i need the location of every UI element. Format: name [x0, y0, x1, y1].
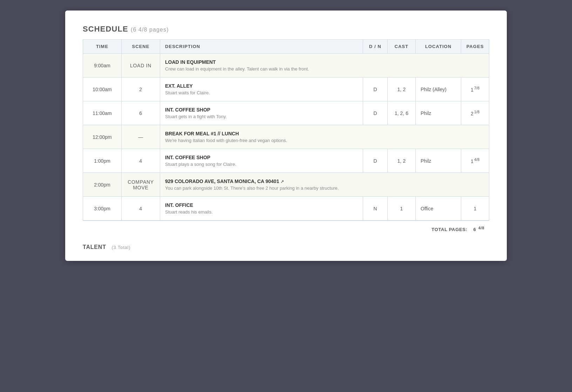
cell-dn: D: [363, 101, 388, 125]
cell-location: Office: [416, 197, 461, 221]
cell-time: 2:00pm: [83, 173, 122, 197]
table-row: 11:00am6INT. COFFEE SHOPStuart gets in a…: [83, 101, 489, 125]
cell-cast: 1, 2: [388, 149, 416, 173]
cell-cast: 1: [388, 197, 416, 221]
cell-time: 10:00am: [83, 77, 122, 101]
table-row: 3:00pm4INT. OFFICEStuart reads his email…: [83, 197, 489, 221]
cell-time: 9:00am: [83, 54, 122, 77]
cell-description: INT. COFFEE SHOPStuart gets in a fight w…: [160, 101, 363, 125]
pages-fraction: 4/8: [474, 157, 479, 162]
talent-footer: TALENT (3 Total): [83, 244, 489, 250]
cell-description: LOAD IN EQUIPMENTCrew can load in equipm…: [160, 54, 489, 77]
desc-subtitle: You can park alongside 10th St. There's …: [165, 185, 484, 191]
cell-scene: 4: [122, 149, 160, 173]
cell-scene: COMPANY MOVE: [122, 173, 160, 197]
page-info: (6 4/8 pages): [131, 27, 169, 33]
table-row: 9:00amLOAD INLOAD IN EQUIPMENTCrew can l…: [83, 54, 489, 77]
cell-pages: 14/8: [461, 149, 489, 173]
cell-pages: 21/8: [461, 101, 489, 125]
header-time: TIME: [83, 40, 122, 54]
cell-dn: D: [363, 77, 388, 101]
desc-subtitle: Stuart waits for Claire.: [165, 90, 358, 95]
talent-label: TALENT: [83, 244, 106, 250]
header-pages: PAGES: [461, 40, 489, 54]
cell-time: 3:00pm: [83, 197, 122, 221]
header-cast: CAST: [388, 40, 416, 54]
desc-subtitle: We're having Italian food with gluten-fr…: [165, 138, 484, 143]
cell-scene: 4: [122, 197, 160, 221]
cell-location: Philz: [416, 101, 461, 125]
header-description: DESCRIPTION: [160, 40, 363, 54]
cell-time: 11:00am: [83, 101, 122, 125]
desc-title: 929 COLORADO AVE, SANTA MONICA, CA 90401…: [165, 178, 484, 184]
cell-time: 12:00pm: [83, 125, 122, 149]
cell-scene: 6: [122, 101, 160, 125]
desc-title: BREAK FOR MEAL #1 // LUNCH: [165, 131, 484, 136]
external-link-icon[interactable]: ↗: [280, 179, 284, 184]
total-pages-fraction: 4/8: [478, 226, 484, 230]
total-pages-value: 6: [474, 227, 476, 232]
cell-description: BREAK FOR MEAL #1 // LUNCHWe're having I…: [160, 125, 489, 149]
desc-subtitle: Crew can load in equipment in the alley.…: [165, 66, 484, 72]
schedule-table: TIME SCENE DESCRIPTION D / N CAST LOCATI…: [83, 39, 489, 221]
desc-title: EXT. ALLEY: [165, 83, 358, 89]
cell-description: INT. OFFICEStuart reads his emails.: [160, 197, 363, 221]
page-container: SCHEDULE (6 4/8 pages) TIME SCENE DESCRI…: [65, 11, 507, 261]
schedule-title: SCHEDULE (6 4/8 pages): [83, 25, 489, 34]
table-row: 10:00am2EXT. ALLEYStuart waits for Clair…: [83, 77, 489, 101]
cell-scene: LOAD IN: [122, 54, 160, 77]
table-header-row: TIME SCENE DESCRIPTION D / N CAST LOCATI…: [83, 40, 489, 54]
desc-title: LOAD IN EQUIPMENT: [165, 59, 484, 65]
cell-scene: —: [122, 125, 160, 149]
cell-location: Philz: [416, 149, 461, 173]
header-location: LOCATION: [416, 40, 461, 54]
table-row: 12:00pm—BREAK FOR MEAL #1 // LUNCHWe're …: [83, 125, 489, 149]
cell-pages: 1: [461, 197, 489, 221]
header-scene: SCENE: [122, 40, 160, 54]
talent-count: (3 Total): [111, 245, 130, 250]
table-row: 2:00pmCOMPANY MOVE929 COLORADO AVE, SANT…: [83, 173, 489, 197]
cell-description: INT. COFFEE SHOPStuart plays a song song…: [160, 149, 363, 173]
cell-dn: N: [363, 197, 388, 221]
pages-fraction: 7/8: [474, 86, 479, 90]
cell-description: 929 COLORADO AVE, SANTA MONICA, CA 90401…: [160, 173, 489, 197]
cell-location: Philz (Alley): [416, 77, 461, 101]
pages-fraction: 1/8: [474, 110, 479, 114]
total-pages-label: TOTAL PAGES:: [431, 227, 467, 232]
desc-title: INT. COFFEE SHOP: [165, 155, 358, 160]
table-row: 1:00pm4INT. COFFEE SHOPStuart plays a so…: [83, 149, 489, 173]
cell-dn: D: [363, 149, 388, 173]
desc-subtitle: Stuart plays a song song for Claire.: [165, 162, 358, 167]
total-pages-row: TOTAL PAGES: 6 4/8: [83, 221, 489, 237]
desc-subtitle: Stuart reads his emails.: [165, 209, 358, 215]
desc-subtitle: Stuart gets in a fight with Tony.: [165, 114, 358, 119]
cell-time: 1:00pm: [83, 149, 122, 173]
schedule-label: SCHEDULE: [83, 25, 128, 33]
desc-title: INT. OFFICE: [165, 202, 358, 208]
cell-scene: 2: [122, 77, 160, 101]
cell-pages: 17/8: [461, 77, 489, 101]
cell-cast: 1, 2, 6: [388, 101, 416, 125]
header-dn: D / N: [363, 40, 388, 54]
cell-cast: 1, 2: [388, 77, 416, 101]
cell-description: EXT. ALLEYStuart waits for Claire.: [160, 77, 363, 101]
desc-title: INT. COFFEE SHOP: [165, 107, 358, 113]
